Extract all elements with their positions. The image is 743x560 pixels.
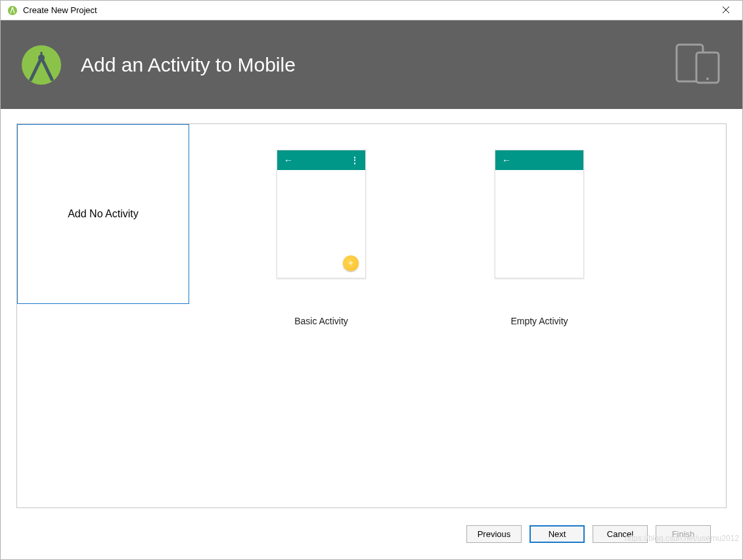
overflow-icon: ⋮ <box>351 156 359 165</box>
template-card-basic-activity[interactable]: ← ⋮ + Basic Activity <box>235 124 407 326</box>
template-label: Basic Activity <box>294 316 348 326</box>
phone-preview: ← <box>495 150 584 278</box>
preview-appbar: ← <box>495 150 583 170</box>
content: Add No Activity ← ⋮ + Basic Activity <box>1 109 742 559</box>
template-label: Empty Activity <box>510 316 568 326</box>
android-studio-logo <box>20 44 62 86</box>
template-label: Add No Activity <box>68 208 139 220</box>
svg-point-2 <box>22 45 61 85</box>
template-card-empty-activity[interactable]: ← Empty Activity <box>453 124 625 326</box>
footer: Previous Next Cancel Finish <box>16 508 727 559</box>
phone-tablet-icon <box>674 42 723 87</box>
banner: Add an Activity to Mobile <box>1 20 742 109</box>
template-thumbnail: Add No Activity <box>17 124 189 304</box>
back-arrow-icon: ← <box>502 155 511 165</box>
titlebar: Create New Project <box>1 1 742 20</box>
preview-appbar: ← ⋮ <box>277 150 365 170</box>
close-icon[interactable] <box>716 5 736 16</box>
template-grid: Add No Activity ← ⋮ + Basic Activity <box>16 123 727 508</box>
cancel-button[interactable]: Cancel <box>593 525 648 543</box>
template-thumbnail: ← <box>453 124 625 304</box>
template-thumbnail: ← ⋮ + <box>235 124 407 304</box>
svg-point-6 <box>706 77 709 80</box>
next-button[interactable]: Next <box>529 525 585 543</box>
back-arrow-icon: ← <box>284 155 293 165</box>
fab-icon: + <box>343 255 359 271</box>
finish-button: Finish <box>656 525 711 543</box>
window-title: Create New Project <box>23 5 97 15</box>
svg-point-1 <box>12 8 13 9</box>
phone-preview: ← ⋮ + <box>277 150 366 278</box>
previous-button[interactable]: Previous <box>466 525 522 543</box>
banner-heading: Add an Activity to Mobile <box>81 54 296 76</box>
template-card-no-activity[interactable]: Add No Activity <box>17 124 189 316</box>
android-studio-icon <box>7 5 18 16</box>
